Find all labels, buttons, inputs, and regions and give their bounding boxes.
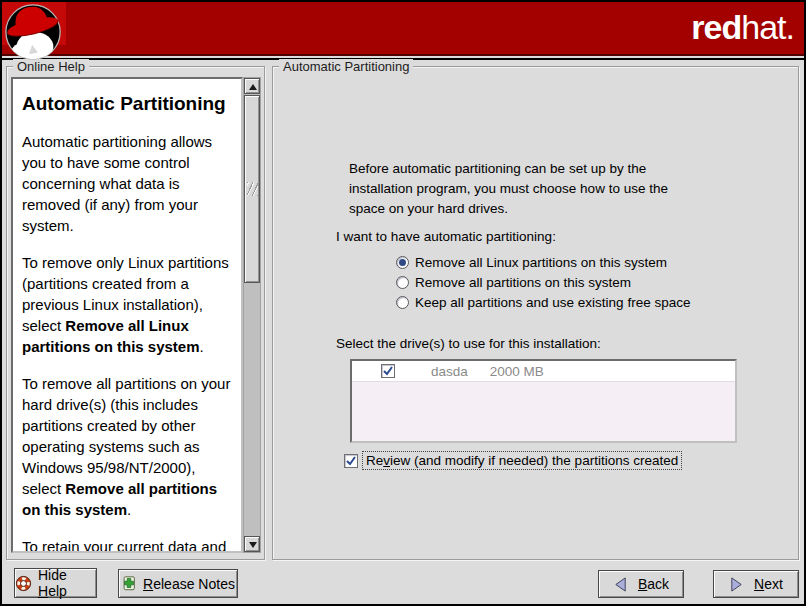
radio-label[interactable]: Remove all partitions on this system	[415, 275, 631, 290]
redhat-shadowman-icon	[3, 2, 65, 64]
drive-row-dasda[interactable]: dasda 2000 MB	[352, 361, 735, 382]
drive-checkbox-checked[interactable]	[381, 364, 395, 378]
arrow-down-icon	[249, 542, 257, 548]
scroll-down-button[interactable]	[244, 536, 260, 552]
review-checkbox-label[interactable]: Review (and modify if needed) the partit…	[363, 452, 681, 469]
help-content: Automatic Partitioning Automatic partiti…	[13, 93, 241, 553]
hide-help-label: Hide Help	[38, 567, 96, 599]
redhat-wordmark: redhat.	[691, 8, 794, 47]
radio-group-label: I want to have automatic partitioning:	[336, 229, 556, 244]
review-checkbox-checked[interactable]	[344, 454, 358, 468]
radio-label[interactable]: Remove all Linux partitions on this syst…	[415, 255, 667, 270]
scrollbar-thumb[interactable]	[244, 95, 260, 283]
radio-keep-all-partitions[interactable]: Keep all partitions and use existing fre…	[396, 293, 690, 311]
intro-text: Before automatic partitioning can be set…	[349, 159, 674, 219]
hide-help-button[interactable]: Hide Help	[14, 568, 97, 598]
brand-bold: red	[691, 8, 741, 46]
back-arrow-icon	[613, 576, 628, 593]
help-paragraph: To retain your current data and	[22, 536, 235, 553]
next-arrow-icon	[729, 576, 744, 593]
back-label: Back	[638, 576, 669, 592]
help-paragraph: To remove all partitions on your hard dr…	[22, 373, 235, 520]
drive-size: 2000 MB	[490, 364, 544, 379]
next-button[interactable]: Next	[713, 570, 799, 598]
help-title: Automatic Partitioning	[22, 93, 235, 115]
back-button[interactable]: Back	[598, 570, 684, 598]
radio-selected-icon[interactable]	[396, 256, 409, 269]
help-scrollbar[interactable]	[243, 77, 261, 553]
release-notes-icon	[121, 575, 137, 592]
help-paragraphs: Automatic partitioning allows you to hav…	[22, 131, 235, 553]
check-icon	[345, 455, 357, 467]
release-notes-label: Release Notes	[143, 576, 235, 592]
main-frame-label: Automatic Partitioning	[279, 59, 413, 74]
check-icon	[382, 365, 394, 377]
help-paragraph: To remove only Linux partitions (partiti…	[22, 252, 235, 357]
arrow-up-icon	[249, 84, 257, 90]
radio-unselected-icon[interactable]	[396, 276, 409, 289]
help-text-viewport: Automatic Partitioning Automatic partiti…	[11, 77, 243, 553]
online-help-frame: Online Help Automatic Partitioning Autom…	[6, 66, 265, 560]
drive-name: dasda	[431, 364, 468, 379]
radio-unselected-icon[interactable]	[396, 296, 409, 309]
radio-label[interactable]: Keep all partitions and use existing fre…	[415, 295, 690, 310]
drives-label: Select the drive(s) to use for this inst…	[336, 336, 601, 351]
brand-light: hat.	[741, 8, 794, 46]
scroll-up-button[interactable]	[244, 78, 260, 94]
drive-list[interactable]: dasda 2000 MB	[350, 359, 737, 443]
release-notes-button[interactable]: Release Notes	[118, 569, 238, 598]
review-checkbox-row[interactable]: Review (and modify if needed) the partit…	[344, 452, 681, 469]
scrollbar-grip-icon	[247, 182, 258, 196]
next-label: Next	[754, 576, 783, 592]
help-paragraph: Automatic partitioning allows you to hav…	[22, 131, 235, 236]
radio-remove-all-partitions[interactable]: Remove all partitions on this system	[396, 273, 631, 291]
automatic-partitioning-frame: Automatic Partitioning Before automatic …	[272, 66, 799, 560]
installer-window: redhat. Online Help Automatic Partitioni…	[0, 0, 806, 606]
header-bar: redhat.	[2, 2, 804, 56]
lifebuoy-icon	[15, 575, 32, 592]
radio-remove-linux-partitions[interactable]: Remove all Linux partitions on this syst…	[396, 253, 667, 271]
